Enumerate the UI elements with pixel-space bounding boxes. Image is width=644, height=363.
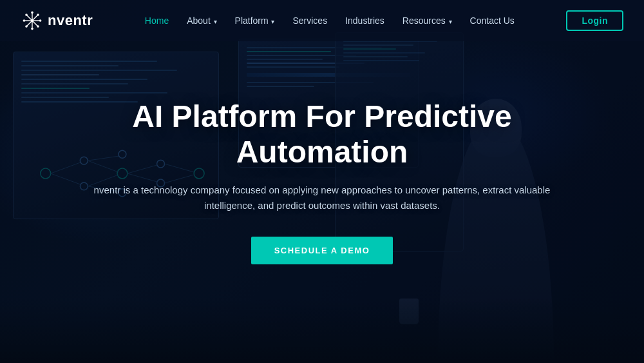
- nav-link-platform[interactable]: Platform ▾: [235, 15, 275, 26]
- login-button[interactable]: Login: [566, 10, 623, 31]
- svg-point-10: [31, 28, 33, 30]
- nav-link-resources[interactable]: Resources ▾: [402, 15, 452, 26]
- nav-links: Home About ▾ Platform ▾ Services Industr…: [145, 15, 515, 26]
- svg-point-12: [39, 19, 42, 22]
- nav-item-platform[interactable]: Platform ▾: [235, 15, 275, 26]
- hero-section: AI Platform For Predictive Automation nv…: [0, 0, 644, 363]
- nav-link-about[interactable]: About ▾: [187, 15, 216, 26]
- logo-text: nventr: [48, 12, 93, 29]
- hero-title: AI Platform For Predictive Automation: [90, 99, 554, 170]
- navbar: nventr Home About ▾ Platform ▾ Services …: [0, 0, 644, 41]
- svg-point-11: [23, 19, 26, 22]
- nav-item-contact[interactable]: Contact Us: [470, 15, 515, 26]
- svg-line-8: [26, 21, 32, 26]
- nav-link-services[interactable]: Services: [292, 15, 327, 26]
- resources-arrow: ▾: [447, 18, 452, 25]
- svg-point-15: [37, 14, 39, 16]
- hero-content: AI Platform For Predictive Automation nv…: [64, 99, 580, 264]
- nav-link-contact[interactable]: Contact Us: [470, 15, 515, 26]
- schedule-demo-button[interactable]: SCHEDULE A DEMO: [251, 237, 393, 264]
- svg-point-9: [31, 12, 33, 14]
- hero-subtitle: nventr is a technology company focused o…: [90, 182, 554, 213]
- nav-item-resources[interactable]: Resources ▾: [402, 15, 452, 26]
- svg-line-6: [32, 21, 38, 26]
- nav-item-services[interactable]: Services: [292, 15, 327, 26]
- svg-point-13: [25, 14, 28, 16]
- logo-icon: [21, 9, 44, 32]
- nav-item-about[interactable]: About ▾: [187, 15, 216, 26]
- svg-line-5: [26, 15, 32, 21]
- svg-point-14: [37, 25, 39, 28]
- nav-link-home[interactable]: Home: [145, 15, 169, 26]
- svg-line-7: [32, 15, 38, 21]
- nav-item-industries[interactable]: Industries: [345, 15, 384, 26]
- svg-point-16: [25, 25, 28, 28]
- nav-link-industries[interactable]: Industries: [345, 15, 384, 26]
- platform-arrow: ▾: [270, 18, 275, 25]
- logo[interactable]: nventr: [21, 9, 93, 32]
- nav-item-home[interactable]: Home: [145, 15, 169, 26]
- about-arrow: ▾: [212, 18, 217, 25]
